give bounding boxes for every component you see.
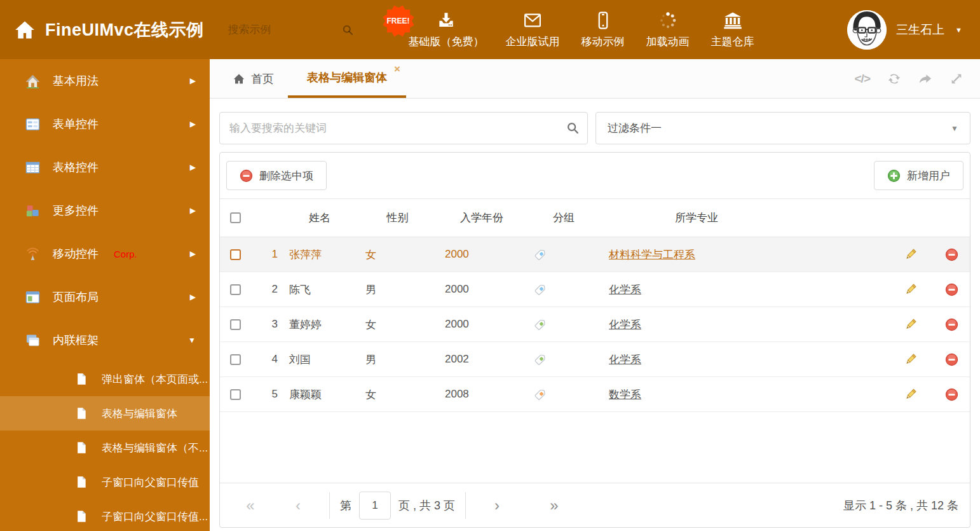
plus-icon — [887, 169, 901, 183]
column-header-name[interactable]: 姓名 — [282, 210, 358, 225]
header-nav-item[interactable]: 主题仓库 — [700, 11, 765, 49]
sidebar-item[interactable]: 页面布局 ▶ — [0, 275, 210, 319]
column-header-year[interactable]: 入学年份 — [437, 210, 526, 225]
tab-home[interactable]: 首页 — [219, 59, 288, 98]
sidebar-item-icon — [25, 74, 40, 88]
open-new-window-icon[interactable] — [918, 72, 932, 86]
tag-icon — [534, 389, 546, 401]
app-header: FineUIMvc在线示例 FREE! 基础版（免费） 企业版试用 移动示例 加… — [0, 0, 980, 59]
table-empty-space — [220, 412, 970, 483]
edit-icon[interactable] — [904, 353, 917, 366]
sidebar-item[interactable]: 更多控件 ▶ — [0, 189, 210, 232]
next-page-button[interactable]: › — [468, 498, 526, 513]
filter-select[interactable]: 过滤条件一 ▼ — [595, 112, 970, 144]
divider — [465, 492, 466, 519]
user-menu[interactable]: 三生石上 ▼ — [847, 10, 980, 50]
sidebar-item[interactable]: 基本用法 ▶ — [0, 59, 210, 102]
cell-gender: 女 — [358, 247, 437, 262]
divider — [329, 492, 330, 519]
sidebar-item[interactable]: 表格控件 ▶ — [0, 146, 210, 189]
chevron-icon: ▶ — [190, 293, 196, 301]
sidebar-subitem[interactable]: 子窗口向父窗口传值... — [0, 499, 210, 531]
search-icon[interactable] — [566, 121, 580, 135]
delete-icon[interactable] — [945, 318, 958, 331]
header-nav-item[interactable]: 加载动画 — [636, 11, 700, 49]
delete-icon[interactable] — [945, 248, 958, 261]
delete-icon[interactable] — [945, 388, 958, 401]
header-nav-item[interactable]: FREE! 基础版（免费） — [398, 11, 495, 49]
row-checkbox[interactable] — [230, 354, 241, 365]
select-all-checkbox[interactable] — [230, 212, 241, 223]
edit-icon[interactable] — [904, 388, 917, 401]
sidebar-subitem[interactable]: 子窗口向父窗口传值 — [0, 465, 210, 499]
cell-gender: 女 — [358, 387, 437, 402]
cell-year: 2000 — [437, 318, 526, 331]
row-index: 3 — [255, 318, 282, 331]
fullscreen-icon[interactable] — [949, 72, 963, 86]
row-checkbox[interactable] — [230, 249, 241, 260]
app-logo[interactable]: FineUIMvc在线示例 — [0, 18, 204, 41]
row-index: 4 — [255, 353, 282, 366]
keyword-search — [219, 112, 588, 144]
page-content: 过滤条件一 ▼ 删除选中项 新增用户 姓名 性别 入学年份 — [210, 99, 980, 531]
app-title: FineUIMvc在线示例 — [45, 18, 204, 41]
major-link[interactable]: 化学系 — [609, 354, 641, 366]
search-icon[interactable] — [341, 24, 354, 36]
tab-grid-edit-window[interactable]: 表格与编辑窗体 × — [288, 59, 406, 98]
source-code-icon[interactable]: </> — [855, 72, 870, 86]
page-icon — [75, 476, 88, 488]
refresh-icon[interactable] — [887, 72, 901, 86]
row-checkbox[interactable] — [230, 389, 241, 400]
add-user-button[interactable]: 新增用户 — [874, 161, 963, 190]
sidebar-subitem[interactable]: 表格与编辑窗体（不... — [0, 431, 210, 465]
pagination-bar: « ‹ 第 页 , 共 3 页 › » 显示 1 - 5 条 , 共 12 条 — [220, 483, 970, 527]
close-icon[interactable]: × — [394, 64, 400, 74]
nav-label: 主题仓库 — [711, 34, 754, 49]
page-number-input[interactable] — [359, 492, 391, 520]
sidebar-subitem[interactable]: 弹出窗体（本页面或... — [0, 362, 210, 396]
header-nav-item[interactable]: 企业版试用 — [495, 11, 571, 49]
sidebar-item[interactable]: 移动控件 Corp. ▶ — [0, 232, 210, 275]
edit-icon[interactable] — [904, 283, 917, 296]
nav-icon — [437, 11, 456, 30]
chevron-icon: ▶ — [190, 206, 196, 215]
table-row[interactable]: 2 陈飞 男 2000 化学系 — [220, 272, 970, 307]
delete-icon[interactable] — [945, 353, 958, 366]
prev-page-button[interactable]: ‹ — [269, 498, 327, 513]
major-link[interactable]: 化学系 — [609, 319, 641, 331]
chevron-icon: ▶ — [190, 249, 196, 258]
main-area: 首页 表格与编辑窗体 × </> 过滤条件一 ▼ — [210, 59, 980, 531]
home-icon — [233, 72, 245, 85]
sidebar-item-label: 移动控件 — [53, 246, 99, 261]
sidebar-item[interactable]: 内联框架 ▼ — [0, 319, 210, 362]
column-header-group[interactable]: 分组 — [526, 210, 601, 225]
sidebar-item-icon — [25, 247, 40, 261]
sidebar-item-label: 页面布局 — [53, 289, 99, 305]
delete-selected-button[interactable]: 删除选中项 — [226, 161, 327, 190]
keyword-search-input[interactable] — [219, 112, 588, 144]
sidebar-subitem[interactable]: 表格与编辑窗体 — [0, 396, 210, 431]
major-link[interactable]: 化学系 — [609, 284, 641, 296]
edit-icon[interactable] — [904, 318, 917, 331]
column-header-major[interactable]: 所学专业 — [601, 210, 792, 225]
table-row[interactable]: 3 董婷婷 女 2000 化学系 — [220, 307, 970, 342]
row-checkbox[interactable] — [230, 319, 241, 330]
table-row[interactable]: 5 康颖颖 女 2008 数学系 — [220, 377, 970, 412]
tag-icon — [534, 249, 546, 261]
last-page-button[interactable]: » — [526, 498, 583, 513]
sidebar-item-icon — [25, 160, 40, 175]
major-link[interactable]: 材料科学与工程系 — [609, 249, 695, 261]
row-checkbox[interactable] — [230, 284, 241, 295]
delete-icon[interactable] — [945, 283, 958, 296]
table-row[interactable]: 1 张萍萍 女 2000 材料科学与工程系 — [220, 237, 970, 272]
cell-name: 康颖颖 — [282, 387, 358, 402]
header-search-input[interactable] — [228, 24, 336, 36]
first-page-button[interactable]: « — [231, 498, 269, 513]
edit-icon[interactable] — [904, 248, 917, 261]
header-nav-item[interactable]: 移动示例 — [571, 11, 636, 49]
sidebar-item-label: 表格控件 — [53, 160, 99, 175]
major-link[interactable]: 数学系 — [609, 389, 641, 401]
table-row[interactable]: 4 刘国 男 2002 化学系 — [220, 342, 970, 377]
column-header-gender[interactable]: 性别 — [358, 210, 437, 225]
sidebar-item[interactable]: 表单控件 ▶ — [0, 102, 210, 146]
